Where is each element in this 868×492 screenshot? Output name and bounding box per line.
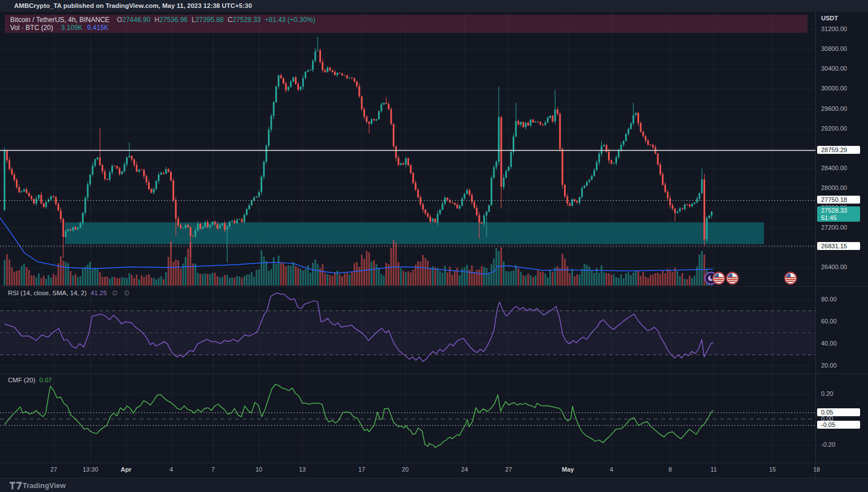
time-tick-label: 11 xyxy=(710,466,717,473)
footer-bar: TradingView xyxy=(0,478,868,492)
time-tick-label: 13:30 xyxy=(83,466,98,473)
current-price-value: 27528.33 xyxy=(821,207,860,214)
us-flag-event-icon[interactable] xyxy=(785,273,797,284)
low-key: L xyxy=(192,16,196,24)
time-tick-label: 27 xyxy=(505,466,512,473)
price-tick-label: 29200.00 xyxy=(821,125,847,132)
current-price-label: 27528.33 51:45 xyxy=(817,206,860,222)
time-tick-label: 24 xyxy=(461,466,468,473)
pane-separator-time-axis xyxy=(0,463,868,463)
close-value: 27528.33 xyxy=(232,16,261,24)
open-value: 27446.90 xyxy=(122,16,150,24)
level-price-label: 28759.29 xyxy=(817,146,860,154)
price-tick-label: 31200.00 xyxy=(821,25,847,32)
time-tick-label: May xyxy=(562,466,574,473)
volume-ma-value: 9.415K xyxy=(87,24,108,32)
price-tick-label: 30800.00 xyxy=(821,45,847,52)
symbol-title[interactable]: Bitcoin / TetherUS, 4h, BINANCE xyxy=(10,16,110,24)
level-price-label: 27750.18 xyxy=(817,196,860,204)
time-tick-label: 15 xyxy=(769,466,776,473)
tradingview-brand-text[interactable]: TradingView xyxy=(23,481,66,490)
rsi-tick-label: 20.00 xyxy=(821,362,837,369)
time-tick-label: Apr xyxy=(121,466,132,473)
rsi-panel-title[interactable]: RSI (14, close, SMA, 14, 2)41.25∅ ∅ xyxy=(8,289,132,297)
time-tick-label: 10 xyxy=(255,466,262,473)
price-tick-label: 30400.00 xyxy=(821,65,847,72)
rsi-title-text: RSI (14, close, SMA, 14, 2) xyxy=(8,290,86,296)
time-tick-label: 27 xyxy=(50,466,57,473)
price-scale[interactable]: USDT 27528.33 51:45 31200.0030800.003040… xyxy=(816,12,868,463)
time-scale[interactable]: 2713:30Apr47101317202427May48111518 xyxy=(0,463,815,478)
volume-bars xyxy=(4,240,713,286)
cmf-tick-label: 0.20 xyxy=(821,390,833,397)
volume-value: 3.109K xyxy=(61,24,83,32)
price-tick-label: 28400.00 xyxy=(821,165,847,171)
volume-label[interactable]: Vol · BTC (20) xyxy=(10,24,53,32)
low-value: 27395.88 xyxy=(196,16,224,24)
level-price-label: 26831.15 xyxy=(817,242,860,250)
time-tick-label: 20 xyxy=(402,466,409,473)
support-zone-drawing[interactable] xyxy=(65,222,764,244)
high-value: 27536.96 xyxy=(159,16,188,24)
high-key: H xyxy=(154,16,159,24)
cmf-tick-label: -0.20 xyxy=(821,441,835,448)
cmf-level-label: 0.05 xyxy=(817,408,860,416)
rsi-value: 41.25 xyxy=(90,290,107,296)
time-tick-label: 7 xyxy=(211,466,215,473)
price-tick-label: 29600.00 xyxy=(821,105,847,112)
cmf-panel-title[interactable]: CMF (20)0.07 xyxy=(8,377,52,383)
cmf-title-text: CMF (20) xyxy=(8,377,36,383)
legend[interactable]: Bitcoin / TetherUS, 4h, BINANCEO27446.90… xyxy=(5,15,808,33)
time-tick-label: 13 xyxy=(299,466,306,473)
tradingview-chart-window: AMBCrypto_TA published on TradingView.co… xyxy=(0,0,868,492)
us-flag-event-icon[interactable] xyxy=(727,273,739,284)
rsi-empty-values: ∅ ∅ xyxy=(112,290,132,296)
pane-separator-rsi-cmf[interactable] xyxy=(0,373,868,374)
time-tick-label: 4 xyxy=(610,466,613,473)
chart-canvas[interactable] xyxy=(0,0,815,478)
tradingview-logo-icon[interactable] xyxy=(10,482,23,490)
candle-countdown: 51:45 xyxy=(821,214,860,222)
time-tick-label: 4 xyxy=(170,466,173,473)
price-tick-label: 30000.00 xyxy=(821,85,847,92)
legend-volume-row: Vol · BTC (20)3.109K9.415K xyxy=(10,24,808,32)
pane-separator-price-rsi[interactable] xyxy=(0,286,868,287)
open-key: O xyxy=(117,16,122,24)
rsi-band xyxy=(0,310,815,355)
cmf-level-label: -0.05 xyxy=(817,421,860,429)
time-tick-label: 18 xyxy=(813,466,820,473)
usdt-currency-label[interactable]: USDT xyxy=(821,15,838,21)
price-tick-label: 26400.00 xyxy=(821,264,847,270)
time-tick-label: 8 xyxy=(669,466,672,473)
change-value: +81.43 (+0.30%) xyxy=(264,16,315,24)
time-tick-label: 17 xyxy=(358,466,365,473)
rsi-tick-label: 60.00 xyxy=(821,318,837,325)
price-tick-label: 28000.00 xyxy=(821,184,847,191)
cmf-value: 0.07 xyxy=(40,377,52,383)
price-tick-label: 27200.00 xyxy=(821,224,847,231)
rsi-tick-label: 40.00 xyxy=(821,340,837,347)
us-flag-event-icon[interactable] xyxy=(713,273,725,284)
rsi-tick-label: 80.00 xyxy=(821,296,837,303)
legend-ohlc-row: Bitcoin / TetherUS, 4h, BINANCEO27446.90… xyxy=(10,16,808,24)
